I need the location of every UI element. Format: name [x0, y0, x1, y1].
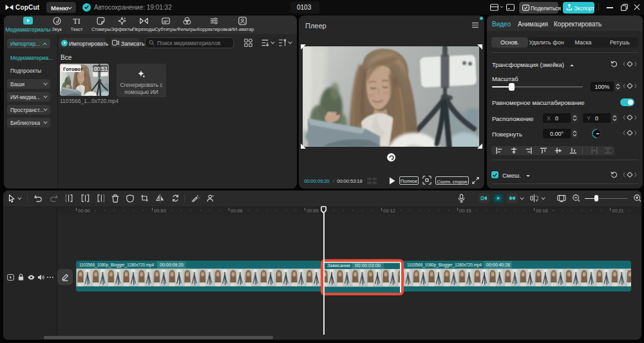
- svg-text:Зависание: Зависание: [327, 263, 350, 268]
- svg-text:1103566_1080p_Blogger_1280x720: 1103566_1080p_Blogger_1280x720.mp4: [407, 262, 482, 268]
- svg-text:00:00:03:00: 00:00:03:00: [355, 263, 381, 268]
- svg-text:00:00:09:20: 00:00:09:20: [160, 262, 184, 268]
- svg-text:1103566_1080p_Blogger_1280x720: 1103566_1080p_Blogger_1280x720.mp4: [79, 262, 154, 268]
- svg-text:00:00:40:28: 00:00:40:28: [486, 262, 510, 268]
